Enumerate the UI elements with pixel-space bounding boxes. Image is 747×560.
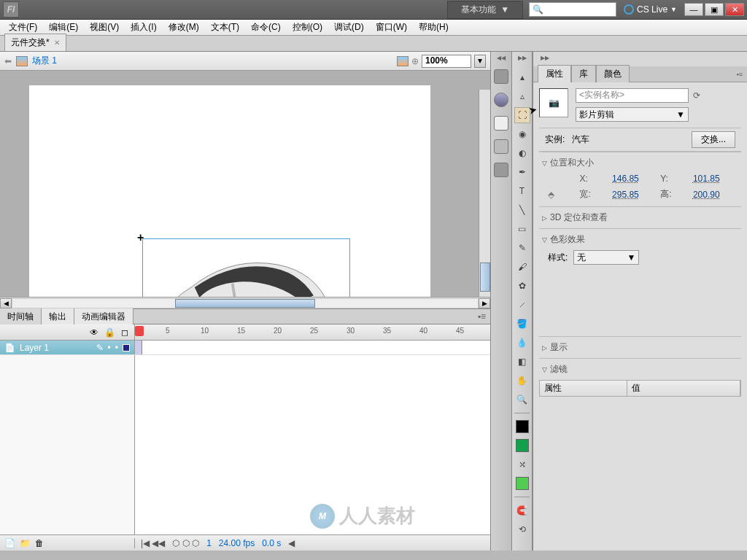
layer-name[interactable]: Layer 1 [20,343,49,353]
section-color-effect[interactable]: ▽色彩效果 [539,232,741,247]
lasso-tool[interactable]: ◐ [514,145,530,161]
swap-colors-icon[interactable]: ⤭ [514,456,530,472]
brush-tool[interactable]: 🖌 [514,259,530,275]
menu-help[interactable]: 帮助(H) [414,20,453,35]
symbol-type-dropdown[interactable]: 影片剪辑▼ [576,107,689,122]
menu-bar: 文件(F) 编辑(E) 视图(V) 插入(I) 修改(M) 文本(T) 命令(C… [0,20,747,36]
new-folder-icon[interactable]: 📁 [20,538,31,548]
selection-tool[interactable]: ▴ [514,69,530,85]
workspace-dropdown[interactable]: 基本功能▼ [447,1,523,19]
document-tab[interactable]: 元件交换*✕ [4,34,66,51]
menu-commands[interactable]: 命令(C) [247,20,285,35]
frame-ruler[interactable]: 5 10 15 20 25 30 35 40 45 [135,324,490,340]
style-dropdown[interactable]: 无▼ [573,250,639,265]
tab-motion-editor[interactable]: 动画编辑器 [74,308,133,325]
stroke-color[interactable] [514,419,530,435]
eraser-tool[interactable]: ◧ [514,354,530,370]
menu-edit[interactable]: 编辑(E) [44,20,82,35]
edit-scene-icon[interactable] [397,56,409,66]
deco-tool[interactable]: ✿ [514,278,530,294]
layer-row[interactable]: 📄 Layer 1 ✎•• [0,341,490,355]
height-value[interactable]: 200.90 [693,190,732,200]
tab-timeline[interactable]: 时间轴 [0,308,42,325]
visibility-icon[interactable]: 👁 [90,327,98,338]
section-3d[interactable]: ▷3D 定位和查看 [539,210,741,225]
menu-view[interactable]: 视图(V) [85,20,123,35]
swap-button[interactable]: 交换... [692,131,735,148]
tab-color[interactable]: 颜色 [596,65,630,83]
menu-window[interactable]: 窗口(W) [371,20,411,35]
lock-aspect-icon[interactable]: ⬘ [548,190,558,200]
hand-tool[interactable]: ✋ [514,373,530,389]
paint-bucket-tool[interactable]: 🪣 [514,316,530,332]
menu-insert[interactable]: 插入(I) [126,20,160,35]
menu-debug[interactable]: 调试(D) [330,20,368,35]
close-tab-icon[interactable]: ✕ [54,39,60,47]
tab-library[interactable]: 库 [571,65,596,83]
menu-file[interactable]: 文件(F) [4,20,42,35]
section-position-size[interactable]: ▽位置和大小 [539,155,741,171]
timeline-options-icon[interactable]: ▪≡ [473,311,490,322]
zoom-input[interactable]: 100% [422,55,471,68]
dock-icon-5[interactable] [494,163,508,177]
selected-symbol[interactable] [142,238,350,297]
scene-bar: ⬅ 场景 1 ⊕ 100% ▾ [0,52,490,71]
pencil-tool[interactable]: ✎ [514,240,530,256]
section-display[interactable]: ▷显示 [539,340,741,355]
dock-icon-4[interactable] [494,139,508,154]
car-graphic [143,239,349,297]
menu-modify[interactable]: 修改(M) [164,20,204,35]
fps-display[interactable]: 24.00 fps [219,538,255,548]
subselection-tool[interactable]: ▵ [514,88,530,104]
bone-tool[interactable]: ⟋ [514,297,530,313]
text-tool[interactable]: T [514,183,530,199]
scene-icon [16,56,28,66]
frames-track[interactable] [135,341,490,354]
pen-tool[interactable]: ✒ [514,164,530,180]
instance-name-input[interactable]: <实例名称> [576,88,689,103]
zoom-tool[interactable]: 🔍 [514,392,530,408]
panel-options-icon[interactable]: ▪≡ [737,71,747,78]
fill-color-2[interactable] [514,475,530,491]
dock-icon-1[interactable] [494,69,508,84]
cs-live-button[interactable]: CS Live▼ [624,4,677,15]
snap-tool[interactable]: 🧲 [514,502,530,518]
tab-properties[interactable]: 属性 [538,65,571,83]
menu-text[interactable]: 文本(T) [206,20,244,35]
zoom-dropdown[interactable]: ▾ [474,55,486,68]
menu-control[interactable]: 控制(O) [288,20,327,35]
width-value[interactable]: 295.85 [612,190,651,200]
scene-label[interactable]: 场景 1 [32,55,57,67]
dock-icon-3[interactable] [494,116,508,131]
back-icon[interactable]: ⬅ [4,56,12,66]
x-value[interactable]: 146.85 [612,174,651,184]
rectangle-tool[interactable]: ▭ [514,221,530,237]
maximize-button[interactable]: ▣ [705,3,724,16]
delete-layer-icon[interactable]: 🗑 [35,538,44,548]
frame-nav-icon[interactable]: |◀ ◀◀ [141,538,165,548]
canvas[interactable]: + [0,71,490,297]
fill-color[interactable] [514,438,530,454]
horizontal-scrollbar[interactable]: ◀▶ [0,297,490,308]
new-layer-icon[interactable]: 📄 [4,538,15,548]
outline-icon[interactable]: ◻ [121,327,128,338]
3d-rotation-tool[interactable]: ◉ [514,126,530,142]
tab-output[interactable]: 输出 [42,308,74,325]
dock-icon-2[interactable] [494,93,508,107]
lock-icon[interactable]: 🔒 [104,327,115,338]
minimize-button[interactable]: — [684,3,703,16]
eyedropper-tool[interactable]: 💧 [514,335,530,351]
current-frame[interactable]: 1 [206,538,212,548]
options-icon[interactable]: ⟲ [514,521,530,537]
section-filters[interactable]: ▽滤镜 [539,362,741,377]
line-tool[interactable]: ╲ [514,202,530,218]
vertical-scrollbar[interactable] [479,90,490,297]
onion-skin-icon[interactable]: ⬡ ⬡ ⬡ [172,538,199,548]
edit-symbols-icon[interactable]: ⊕ [411,56,419,66]
playhead[interactable] [135,326,144,336]
search-input[interactable]: 🔍 [529,2,616,17]
free-transform-tool[interactable]: ⛶ [514,107,530,123]
y-value[interactable]: 101.85 [693,174,732,184]
close-button[interactable]: ✕ [725,3,744,16]
circle-arrow-icon[interactable]: ⟳ [693,90,700,101]
